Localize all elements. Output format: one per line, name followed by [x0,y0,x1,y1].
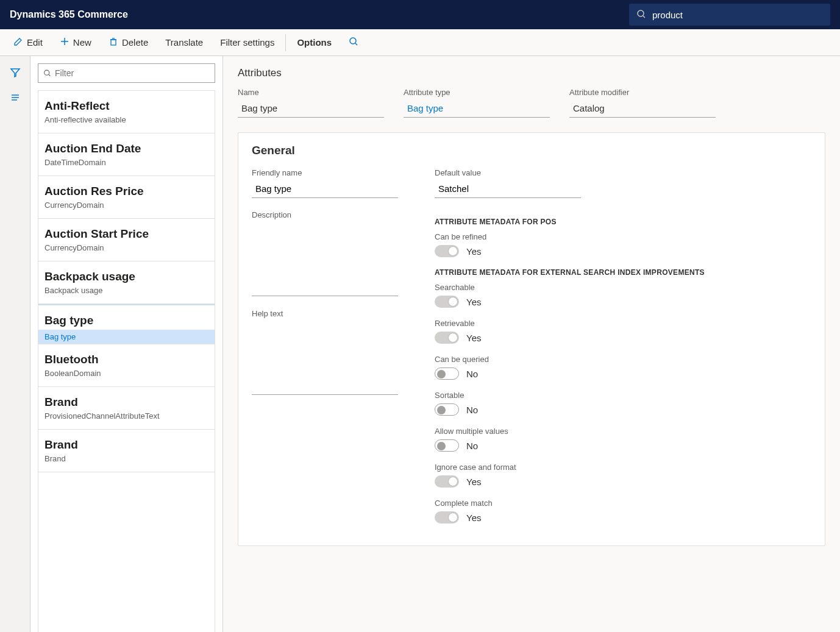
general-title: General [252,144,811,157]
retrievable-control: Yes [435,332,811,344]
help-text-input[interactable] [252,322,398,395]
complete_match-label: Complete match [435,499,811,508]
ignore_case-label: Ignore case and format [435,463,811,472]
retrievable-toggle[interactable] [435,332,459,344]
retrievable-row: RetrievableYes [435,319,811,344]
friendly-name-label: Friendly name [252,168,398,177]
toggle-knob [449,297,457,306]
name-value[interactable]: Bag type [238,101,384,118]
complete_match-control: Yes [435,511,811,524]
searchable-row: SearchableYes [435,283,811,308]
attribute-modifier-field: Attribute modifier Catalog [569,88,716,118]
list-item-sub: ProvisionedChannelAttributeText [44,411,208,421]
list-item[interactable]: Auction End DateDateTimeDomain [38,133,215,176]
global-search[interactable] [629,4,830,26]
list-item-sub: Brand [44,454,208,463]
searchable-control: Yes [435,296,811,308]
list-item[interactable]: BrandBrand [38,430,215,472]
allow_multiple-row: Allow multiple valuesNo [435,427,811,452]
name-field: Name Bag type [238,88,384,118]
can_be_queried-label: Can be queried [435,355,811,364]
app-header: Dynamics 365 Commerce [0,0,840,29]
list-item[interactable]: Anti-ReflectAnti-reflective available [38,91,215,133]
attribute-list[interactable]: Anti-ReflectAnti-reflective availableAuc… [38,90,215,632]
find-button[interactable] [340,29,367,55]
options-button[interactable]: Options [288,29,340,55]
delete-button[interactable]: Delete [100,29,157,55]
list-item-sub: CurrencyDomain [44,243,208,252]
ignore_case-toggle[interactable] [435,475,459,488]
list-item-title: Auction Start Price [44,227,208,241]
list-item[interactable]: Bag typeBag type [38,304,215,344]
friendly-name-input[interactable] [252,181,398,198]
searchable-toggle[interactable] [435,296,459,308]
list-item-title: Auction End Date [44,142,208,155]
can_be_refined-toggle[interactable] [435,245,459,257]
can_be_queried-row: Can be queriedNo [435,355,811,380]
default-value-input[interactable] [435,181,581,198]
toggle-knob [437,406,446,414]
new-button[interactable]: New [51,29,100,55]
complete_match-row: Complete matchYes [435,499,811,524]
list-item-sub: DateTimeDomain [44,158,208,167]
options-label: Options [297,37,332,48]
complete_match-toggle[interactable] [435,511,459,524]
allow_multiple-value: No [466,441,478,451]
help-text-label: Help text [252,309,398,318]
svg-line-13 [49,74,50,76]
sortable-toggle[interactable] [435,403,459,416]
list-item[interactable]: Auction Start PriceCurrencyDomain [38,219,215,261]
svg-line-1 [643,16,645,18]
complete_match-value: Yes [466,513,481,523]
sortable-control: No [435,403,811,416]
list-item-title: Anti-Reflect [44,99,208,113]
description-input[interactable] [252,223,398,296]
new-label: New [73,37,91,48]
list-item-sub: CurrencyDomain [44,201,208,210]
allow_multiple-toggle[interactable] [435,439,459,452]
general-card: General Friendly name Description Help t… [238,132,825,546]
pos-toggle-group: Can be refinedYes [435,232,811,257]
retrievable-value: Yes [466,333,481,343]
plus-icon [60,37,69,48]
search-input[interactable] [652,10,823,20]
list-icon[interactable] [10,92,21,105]
funnel-icon[interactable] [10,67,21,80]
filter-settings-button[interactable]: Filter settings [212,29,283,55]
detail-panel: Attributes Name Bag type Attribute type … [223,56,840,632]
can_be_refined-label: Can be refined [435,232,811,241]
toggle-knob [437,370,446,378]
list-item[interactable]: BluetoothBooleanDomain [38,344,215,387]
header-fields: Name Bag type Attribute type Bag type At… [238,88,825,118]
pos-section-heading: ATTRIBUTE METADATA FOR POS [435,218,811,226]
filter-input-wrap[interactable] [38,63,215,83]
can_be_refined-row: Can be refinedYes [435,232,811,257]
list-item-title: Brand [44,396,208,409]
list-item[interactable]: BrandProvisionedChannelAttributeText [38,387,215,430]
can_be_queried-control: No [435,367,811,380]
general-left-column: Friendly name Description Help text [252,168,398,534]
attribute-type-value[interactable]: Bag type [404,101,550,118]
list-item-sub: Backpack usage [44,286,208,295]
name-label: Name [238,88,384,97]
toggle-knob [449,477,457,486]
filter-input[interactable] [55,68,210,78]
filter-settings-label: Filter settings [220,37,274,48]
general-right-column: Default value ATTRIBUTE METADATA FOR POS… [435,168,811,534]
attribute-type-label: Attribute type [404,88,550,97]
list-item[interactable]: Backpack usageBackpack usage [38,261,215,304]
attribute-modifier-label: Attribute modifier [569,88,716,97]
list-item-title: Bluetooth [44,353,208,366]
attribute-modifier-value[interactable]: Catalog [569,101,716,118]
translate-button[interactable]: Translate [157,29,212,55]
searchable-value: Yes [466,297,481,307]
attribute-type-field: Attribute type Bag type [404,88,550,118]
edit-button[interactable]: Edit [5,29,51,55]
svg-point-12 [44,70,49,75]
sortable-value: No [466,405,478,415]
search-section-heading: ATTRIBUTE METADATA FOR EXTERNAL SEARCH I… [435,268,811,277]
can_be_queried-toggle[interactable] [435,367,459,380]
ignore_case-value: Yes [466,477,481,487]
list-item[interactable]: Auction Res PriceCurrencyDomain [38,176,215,219]
can_be_refined-value: Yes [466,246,481,257]
